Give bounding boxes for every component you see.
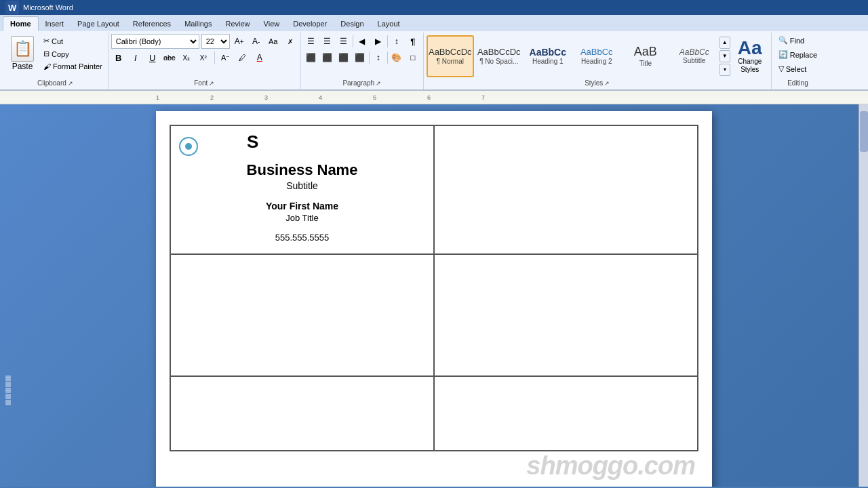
style-heading1[interactable]: AaBbCc Heading 1 — [524, 35, 572, 77]
card-first-name[interactable]: Your First Name — [266, 201, 338, 211]
styles-scroll-buttons: ▲ ▼ ▾ — [719, 37, 730, 76]
scroll-dot — [5, 400, 11, 405]
card-content-6 — [435, 377, 697, 450]
clear-format-button[interactable]: ✗ — [283, 34, 298, 49]
style-heading2-preview: AaBbCc — [580, 47, 613, 58]
bullets-button[interactable]: ☰ — [304, 34, 319, 49]
change-case-button[interactable]: Aa — [266, 34, 281, 49]
paragraph-row2: ⬛ ⬛ ⬛ ⬛ ↕ 🎨 □ — [304, 50, 420, 65]
justify-button[interactable]: ⬛ — [353, 50, 368, 65]
sort-button[interactable]: ↕ — [389, 34, 404, 49]
tab-layout[interactable]: Layout — [371, 16, 407, 31]
italic-button[interactable]: I — [128, 50, 143, 65]
style-normal[interactable]: AaBbCcDc ¶ Normal — [427, 35, 474, 77]
font-family-select[interactable]: Calibri (Body) — [111, 34, 199, 49]
scrollbar-thumb[interactable] — [860, 111, 868, 152]
style-title-preview: AaB — [634, 45, 657, 60]
shading-button[interactable]: 🎨 — [389, 50, 404, 65]
tab-view[interactable]: View — [257, 16, 287, 31]
card-job-title[interactable]: Job Title — [285, 213, 318, 223]
style-subtitle[interactable]: AaBbCc Subtitle — [671, 35, 718, 77]
card-cell-6[interactable] — [434, 376, 698, 451]
tab-insert[interactable]: Insert — [39, 16, 71, 31]
card-phone[interactable]: 555.555.5555 — [275, 232, 330, 243]
font-expand-icon[interactable]: ↗ — [209, 80, 214, 87]
paste-button[interactable]: Paste — [5, 34, 39, 73]
tab-review[interactable]: Review — [218, 16, 256, 31]
line-spacing-button[interactable]: ↕ — [371, 50, 386, 65]
tab-page-layout[interactable]: Page Layout — [71, 16, 126, 31]
card-cell-2[interactable] — [434, 125, 698, 254]
title-bar: W Microsoft Word — [0, 0, 868, 15]
paragraph-group: ☰ ☰ ☰ ◀ ▶ ↕ ¶ ⬛ ⬛ ⬛ ⬛ ↕ 🎨 □ — [301, 33, 424, 89]
styles-group: AaBbCcDc ¶ Normal AaBbCcDc ¶ No Spaci...… — [424, 33, 772, 89]
format-painter-button[interactable]: 🖌 Format Painter — [41, 61, 105, 72]
ribbon-tabs: Home Insert Page Layout References Maili… — [0, 15, 868, 31]
style-no-spacing[interactable]: AaBbCcDc ¶ No Spaci... — [475, 35, 523, 77]
styles-expand-icon[interactable]: ↗ — [604, 80, 610, 87]
multilevel-list-button[interactable]: ☰ — [336, 34, 351, 49]
shrink-font-button[interactable]: A- — [249, 34, 264, 49]
card-cell-4[interactable] — [434, 254, 698, 376]
tab-home[interactable]: Home — [3, 16, 39, 31]
card-business-name[interactable]: Business Name — [247, 161, 358, 179]
numbering-button[interactable]: ☰ — [320, 34, 335, 49]
styles-scroll-up[interactable]: ▲ — [719, 37, 730, 49]
grow-font-button[interactable]: A+ — [232, 34, 247, 49]
clipboard-group: Paste ✂ Cut ⊟ Copy 🖌 Format Painter Clip… — [3, 33, 108, 89]
font-color-button[interactable]: A — [252, 50, 267, 65]
paste-icon — [11, 36, 34, 62]
tab-references[interactable]: References — [126, 16, 178, 31]
tab-design[interactable]: Design — [334, 16, 370, 31]
style-no-spacing-preview: AaBbCcDc — [477, 47, 521, 58]
style-subtitle-label: Subtitle — [683, 57, 705, 64]
font-row1: Calibri (Body) 22 A+ A- Aa ✗ — [111, 34, 298, 49]
borders-button[interactable]: □ — [406, 50, 420, 65]
subscript-button[interactable]: X₂ — [179, 50, 194, 65]
paragraph-expand-icon[interactable]: ↗ — [376, 80, 381, 87]
style-title[interactable]: AaB Title — [622, 35, 669, 77]
find-label: Find — [790, 37, 804, 45]
show-hide-button[interactable]: ¶ — [406, 34, 420, 49]
vertical-scrollbar[interactable] — [859, 104, 868, 487]
card-subtitle[interactable]: Subtitle — [286, 180, 318, 191]
select-button[interactable]: ▽ Select — [774, 62, 811, 75]
editing-label: Editing — [787, 79, 808, 87]
highlight-color-button[interactable]: 🖊 — [235, 50, 250, 65]
align-center-button[interactable]: ⬛ — [320, 50, 335, 65]
replace-button[interactable]: 🔄 Replace — [774, 48, 821, 61]
bold-button[interactable]: B — [111, 50, 126, 65]
ruler-tick: 2 — [210, 94, 214, 101]
styles-label: Styles — [585, 79, 603, 87]
decrease-indent-button[interactable]: ◀ — [355, 34, 370, 49]
card-cell-5[interactable] — [170, 376, 434, 451]
ruler-tick: 1 — [156, 94, 159, 101]
document-area: S Business Name Subtitle Your First Name… — [0, 104, 868, 487]
underline-button[interactable]: U — [145, 50, 160, 65]
strikethrough-button[interactable]: abc — [162, 50, 177, 65]
copy-button[interactable]: ⊟ Copy — [41, 48, 105, 60]
text-effects-button[interactable]: A⁻ — [218, 50, 233, 65]
align-right-button[interactable]: ⬛ — [336, 50, 351, 65]
find-button[interactable]: 🔍 Find — [774, 34, 808, 47]
ruler-tick: 4 — [319, 94, 322, 101]
title-bar-text: Microsoft Word — [23, 3, 73, 12]
increase-indent-button[interactable]: ▶ — [371, 34, 386, 49]
font-divider — [214, 52, 215, 64]
font-size-select[interactable]: 22 — [201, 34, 230, 49]
styles-scroll-all[interactable]: ▾ — [719, 64, 730, 76]
change-styles-button[interactable]: Aa ChangeStyles — [732, 35, 768, 77]
tab-developer[interactable]: Developer — [286, 16, 334, 31]
card-cell-1[interactable]: S Business Name Subtitle Your First Name… — [170, 125, 434, 254]
scroll-dot — [5, 394, 11, 399]
cut-button[interactable]: ✂ Cut — [41, 35, 105, 47]
tab-mailings[interactable]: Mailings — [178, 16, 218, 31]
left-scroll-indicators — [5, 375, 11, 405]
style-heading1-label: Heading 1 — [532, 58, 564, 65]
superscript-button[interactable]: X² — [196, 50, 211, 65]
align-left-button[interactable]: ⬛ — [304, 50, 319, 65]
clipboard-expand-icon[interactable]: ↗ — [68, 80, 73, 87]
style-heading2[interactable]: AaBbCc Heading 2 — [573, 35, 620, 77]
card-cell-3[interactable] — [170, 254, 434, 376]
styles-scroll-down[interactable]: ▼ — [719, 50, 730, 62]
